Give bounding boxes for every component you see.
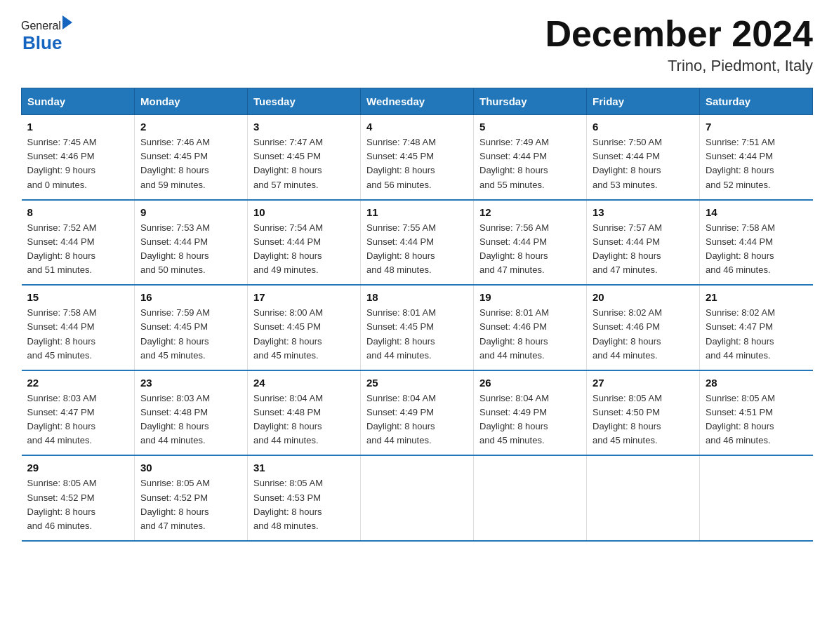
day-number: 8 bbox=[27, 206, 129, 218]
day-number: 15 bbox=[27, 291, 129, 303]
day-number: 17 bbox=[253, 291, 355, 303]
day-number: 5 bbox=[479, 121, 581, 133]
table-row: 15 Sunrise: 7:58 AMSunset: 4:44 PMDaylig… bbox=[22, 285, 135, 370]
calendar-week-row: 29 Sunrise: 8:05 AMSunset: 4:52 PMDaylig… bbox=[22, 455, 813, 541]
table-row: 20 Sunrise: 8:02 AMSunset: 4:46 PMDaylig… bbox=[587, 285, 700, 370]
col-friday: Friday bbox=[587, 88, 700, 115]
day-number: 18 bbox=[366, 291, 468, 303]
table-row: 14 Sunrise: 7:58 AMSunset: 4:44 PMDaylig… bbox=[700, 200, 813, 286]
table-row: 24 Sunrise: 8:04 AMSunset: 4:48 PMDaylig… bbox=[248, 370, 361, 456]
day-info: Sunrise: 8:03 AMSunset: 4:48 PMDaylight:… bbox=[140, 393, 210, 445]
day-number: 24 bbox=[253, 377, 355, 389]
day-number: 16 bbox=[140, 291, 241, 303]
day-number: 19 bbox=[479, 291, 581, 303]
calendar-week-row: 1 Sunrise: 7:45 AMSunset: 4:46 PMDayligh… bbox=[22, 115, 813, 200]
table-row bbox=[700, 455, 813, 541]
day-number: 21 bbox=[706, 291, 807, 303]
logo-general-text: General bbox=[21, 20, 61, 32]
day-info: Sunrise: 7:47 AMSunset: 4:45 PMDaylight:… bbox=[253, 137, 323, 189]
calendar-week-row: 15 Sunrise: 7:58 AMSunset: 4:44 PMDaylig… bbox=[22, 285, 813, 370]
table-row: 27 Sunrise: 8:05 AMSunset: 4:50 PMDaylig… bbox=[587, 370, 700, 456]
day-number: 9 bbox=[140, 206, 241, 218]
day-info: Sunrise: 8:05 AMSunset: 4:50 PMDaylight:… bbox=[593, 393, 662, 445]
day-number: 26 bbox=[479, 377, 581, 389]
day-number: 23 bbox=[140, 377, 241, 389]
day-number: 1 bbox=[27, 121, 129, 133]
day-number: 2 bbox=[140, 121, 241, 133]
day-info: Sunrise: 7:53 AMSunset: 4:44 PMDaylight:… bbox=[140, 222, 210, 275]
calendar-table: Sunday Monday Tuesday Wednesday Thursday… bbox=[21, 88, 813, 542]
day-info: Sunrise: 7:49 AMSunset: 4:44 PMDaylight:… bbox=[479, 137, 549, 189]
day-info: Sunrise: 8:02 AMSunset: 4:46 PMDaylight:… bbox=[593, 307, 662, 360]
col-sunday: Sunday bbox=[22, 88, 135, 115]
table-row: 23 Sunrise: 8:03 AMSunset: 4:48 PMDaylig… bbox=[135, 370, 248, 456]
day-info: Sunrise: 8:05 AMSunset: 4:53 PMDaylight:… bbox=[253, 478, 323, 530]
table-row: 6 Sunrise: 7:50 AMSunset: 4:44 PMDayligh… bbox=[587, 115, 700, 200]
col-monday: Monday bbox=[135, 88, 248, 115]
day-info: Sunrise: 8:03 AMSunset: 4:47 PMDaylight:… bbox=[27, 393, 97, 445]
page-title: December 2024 bbox=[545, 14, 813, 54]
day-info: Sunrise: 8:01 AMSunset: 4:46 PMDaylight:… bbox=[479, 307, 549, 360]
table-row: 17 Sunrise: 8:00 AMSunset: 4:45 PMDaylig… bbox=[248, 285, 361, 370]
day-number: 13 bbox=[593, 206, 694, 218]
page-subtitle: Trino, Piedmont, Italy bbox=[545, 57, 813, 75]
table-row bbox=[587, 455, 700, 541]
day-number: 7 bbox=[706, 121, 807, 133]
table-row: 25 Sunrise: 8:04 AMSunset: 4:49 PMDaylig… bbox=[361, 370, 474, 456]
day-info: Sunrise: 7:51 AMSunset: 4:44 PMDaylight:… bbox=[706, 137, 775, 189]
day-info: Sunrise: 8:05 AMSunset: 4:52 PMDaylight:… bbox=[27, 478, 97, 530]
day-number: 10 bbox=[253, 206, 355, 218]
table-row: 12 Sunrise: 7:56 AMSunset: 4:44 PMDaylig… bbox=[474, 200, 587, 286]
page-header: General Blue December 2024 Trino, Piedmo… bbox=[21, 14, 813, 75]
table-row: 11 Sunrise: 7:55 AMSunset: 4:44 PMDaylig… bbox=[361, 200, 474, 286]
table-row: 30 Sunrise: 8:05 AMSunset: 4:52 PMDaylig… bbox=[135, 455, 248, 541]
day-number: 25 bbox=[366, 377, 468, 389]
day-info: Sunrise: 7:59 AMSunset: 4:45 PMDaylight:… bbox=[140, 307, 210, 360]
day-number: 29 bbox=[27, 462, 129, 474]
table-row: 4 Sunrise: 7:48 AMSunset: 4:45 PMDayligh… bbox=[361, 115, 474, 200]
table-row: 28 Sunrise: 8:05 AMSunset: 4:51 PMDaylig… bbox=[700, 370, 813, 456]
day-number: 14 bbox=[706, 206, 807, 218]
table-row: 16 Sunrise: 7:59 AMSunset: 4:45 PMDaylig… bbox=[135, 285, 248, 370]
day-info: Sunrise: 8:05 AMSunset: 4:51 PMDaylight:… bbox=[706, 393, 775, 445]
table-row: 29 Sunrise: 8:05 AMSunset: 4:52 PMDaylig… bbox=[22, 455, 135, 541]
day-info: Sunrise: 7:55 AMSunset: 4:44 PMDaylight:… bbox=[366, 222, 436, 275]
day-info: Sunrise: 8:04 AMSunset: 4:49 PMDaylight:… bbox=[479, 393, 549, 445]
table-row: 22 Sunrise: 8:03 AMSunset: 4:47 PMDaylig… bbox=[22, 370, 135, 456]
table-row: 3 Sunrise: 7:47 AMSunset: 4:45 PMDayligh… bbox=[248, 115, 361, 200]
day-number: 4 bbox=[366, 121, 468, 133]
col-wednesday: Wednesday bbox=[361, 88, 474, 115]
day-info: Sunrise: 8:04 AMSunset: 4:48 PMDaylight:… bbox=[253, 393, 323, 445]
day-info: Sunrise: 7:50 AMSunset: 4:44 PMDaylight:… bbox=[593, 137, 662, 189]
day-info: Sunrise: 7:52 AMSunset: 4:44 PMDaylight:… bbox=[27, 222, 97, 275]
table-row: 31 Sunrise: 8:05 AMSunset: 4:53 PMDaylig… bbox=[248, 455, 361, 541]
logo-blue-text: Blue bbox=[22, 32, 62, 54]
day-info: Sunrise: 8:02 AMSunset: 4:47 PMDaylight:… bbox=[706, 307, 775, 360]
day-info: Sunrise: 7:54 AMSunset: 4:44 PMDaylight:… bbox=[253, 222, 323, 275]
table-row: 5 Sunrise: 7:49 AMSunset: 4:44 PMDayligh… bbox=[474, 115, 587, 200]
day-info: Sunrise: 7:56 AMSunset: 4:44 PMDaylight:… bbox=[479, 222, 549, 275]
day-info: Sunrise: 7:58 AMSunset: 4:44 PMDaylight:… bbox=[706, 222, 775, 275]
col-tuesday: Tuesday bbox=[248, 88, 361, 115]
col-saturday: Saturday bbox=[700, 88, 813, 115]
table-row: 2 Sunrise: 7:46 AMSunset: 4:45 PMDayligh… bbox=[135, 115, 248, 200]
day-number: 12 bbox=[479, 206, 581, 218]
logo-arrow-icon bbox=[62, 15, 72, 29]
day-number: 22 bbox=[27, 377, 129, 389]
calendar-week-row: 22 Sunrise: 8:03 AMSunset: 4:47 PMDaylig… bbox=[22, 370, 813, 456]
day-info: Sunrise: 8:01 AMSunset: 4:45 PMDaylight:… bbox=[366, 307, 436, 360]
day-info: Sunrise: 7:57 AMSunset: 4:44 PMDaylight:… bbox=[593, 222, 662, 275]
logo: General Blue bbox=[21, 14, 72, 54]
col-thursday: Thursday bbox=[474, 88, 587, 115]
calendar-header-row: Sunday Monday Tuesday Wednesday Thursday… bbox=[22, 88, 813, 115]
table-row: 21 Sunrise: 8:02 AMSunset: 4:47 PMDaylig… bbox=[700, 285, 813, 370]
table-row: 7 Sunrise: 7:51 AMSunset: 4:44 PMDayligh… bbox=[700, 115, 813, 200]
day-info: Sunrise: 7:46 AMSunset: 4:45 PMDaylight:… bbox=[140, 137, 210, 189]
table-row: 9 Sunrise: 7:53 AMSunset: 4:44 PMDayligh… bbox=[135, 200, 248, 286]
day-number: 3 bbox=[253, 121, 355, 133]
table-row: 26 Sunrise: 8:04 AMSunset: 4:49 PMDaylig… bbox=[474, 370, 587, 456]
day-number: 11 bbox=[366, 206, 468, 218]
calendar-week-row: 8 Sunrise: 7:52 AMSunset: 4:44 PMDayligh… bbox=[22, 200, 813, 286]
day-number: 27 bbox=[593, 377, 694, 389]
title-block: December 2024 Trino, Piedmont, Italy bbox=[545, 14, 813, 75]
